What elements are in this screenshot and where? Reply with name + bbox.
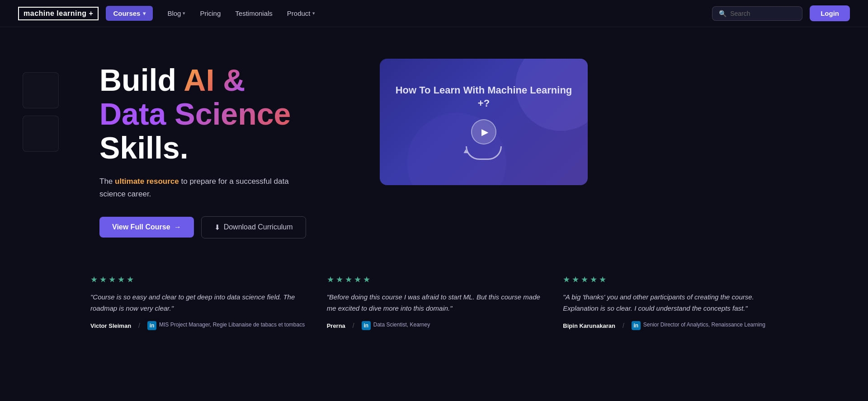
testimonial-card: ★★★★★"Before doing this course I was afr… [327, 275, 542, 331]
testimonial-author: Victor Sleiman/inMIS Project Manager, Re… [90, 321, 305, 330]
stars: ★★★★★ [327, 275, 542, 284]
title-build: Build [99, 63, 184, 97]
author-divider: / [138, 322, 140, 329]
testimonial-text: "A big 'thanks' you and other participan… [563, 292, 778, 314]
logo: machine learning + [18, 7, 99, 20]
testimonial-card: ★★★★★"Course is so easy and clear to get… [90, 275, 305, 331]
author-divider: / [353, 322, 354, 329]
author-info: inSenior Director of Analytics, Renaissa… [632, 321, 765, 330]
star-icon: ★ [99, 275, 107, 284]
stars: ★★★★★ [563, 275, 778, 284]
view-full-course-button[interactable]: View Full Course → [99, 217, 194, 238]
star-icon: ★ [581, 275, 588, 284]
author-info: inMIS Project Manager, Regie Libanaise d… [147, 321, 305, 330]
play-button-container[interactable] [466, 119, 502, 160]
title-ai: AI [184, 63, 214, 97]
courses-button[interactable]: Courses ▾ [106, 6, 153, 21]
star-icon: ★ [90, 275, 98, 284]
star-icon: ★ [599, 275, 606, 284]
video-title: How To Learn With Machine Learning +? [380, 84, 588, 110]
nav-product-link[interactable]: Product ▾ [287, 9, 315, 17]
subtitle-pre: The [99, 177, 115, 186]
nav-links: Blog ▾ Pricing Testimonials Product ▾ [167, 9, 712, 17]
linkedin-icon: in [632, 321, 641, 330]
navbar: machine learning + Courses ▾ Blog ▾ Pric… [0, 0, 868, 27]
star-icon: ★ [572, 275, 579, 284]
title-skills: Skills. [99, 131, 189, 165]
title-ampersand: & [214, 63, 245, 97]
search-input[interactable] [730, 10, 796, 17]
search-bar: 🔍 [712, 6, 802, 21]
hero-video-card[interactable]: How To Learn With Machine Learning +? [380, 59, 588, 185]
play-button[interactable] [471, 119, 496, 145]
linkedin-icon: in [147, 321, 156, 330]
star-icon: ★ [345, 275, 352, 284]
testimonials-section: ★★★★★"Course is so easy and clear to get… [0, 256, 868, 358]
download-curriculum-button[interactable]: ⬇ Download Curriculum [201, 216, 306, 238]
hero-subtitle: The ultimate resource to prepare for a s… [99, 175, 298, 200]
testimonial-author: Bipin Karunakaran/inSenior Director of A… [563, 321, 778, 330]
author-title: Data Scientist, Kearney [373, 321, 430, 329]
deco-box-2 [23, 116, 59, 152]
star-icon: ★ [127, 275, 134, 284]
download-icon: ⬇ [214, 223, 220, 232]
hero-text: Build AI & Data Science Skills. The ulti… [99, 54, 380, 238]
star-icon: ★ [336, 275, 343, 284]
courses-label: Courses [113, 9, 140, 17]
stars: ★★★★★ [90, 275, 305, 284]
author-name: Victor Sleiman [90, 322, 131, 329]
star-icon: ★ [363, 275, 370, 284]
nav-testimonials-link[interactable]: Testimonials [235, 9, 273, 17]
blog-chevron-icon: ▾ [183, 10, 185, 16]
testimonial-author: Prerna/inData Scientist, Kearney [327, 321, 542, 330]
search-icon: 🔍 [719, 10, 726, 17]
star-icon: ★ [327, 275, 334, 284]
author-name: Bipin Karunakaran [563, 322, 615, 329]
star-icon: ★ [354, 275, 361, 284]
testimonial-text: "Course is so easy and clear to get deep… [90, 292, 305, 314]
nav-blog-link[interactable]: Blog ▾ [167, 9, 185, 17]
courses-chevron-icon: ▾ [143, 10, 146, 17]
star-icon: ★ [590, 275, 597, 284]
deco-box-1 [23, 72, 59, 108]
login-button[interactable]: Login [810, 5, 850, 21]
hero-title: Build AI & Data Science Skills. [99, 63, 380, 164]
play-arc-decoration [466, 146, 502, 160]
testimonial-card: ★★★★★"A big 'thanks' you and other parti… [563, 275, 778, 331]
subtitle-highlight: ultimate resource [115, 177, 179, 186]
side-decoration [23, 72, 59, 152]
author-title: Senior Director of Analytics, Renaissanc… [643, 321, 765, 329]
star-icon: ★ [563, 275, 570, 284]
hero-buttons: View Full Course → ⬇ Download Curriculum [99, 216, 380, 238]
star-icon: ★ [118, 275, 125, 284]
author-info: inData Scientist, Kearney [362, 321, 430, 330]
arrow-right-icon: → [174, 223, 181, 231]
title-data: Data [99, 97, 175, 131]
testimonial-text: "Before doing this course I was afraid t… [327, 292, 542, 314]
star-icon: ★ [108, 275, 116, 284]
hero-section: Build AI & Data Science Skills. The ulti… [0, 27, 868, 256]
product-chevron-icon: ▾ [312, 10, 315, 16]
nav-pricing-link[interactable]: Pricing [200, 9, 221, 17]
author-name: Prerna [327, 322, 345, 329]
author-title: MIS Project Manager, Regie Libanaise de … [159, 321, 305, 329]
title-science: Science [175, 97, 291, 131]
author-divider: / [623, 322, 624, 329]
linkedin-icon: in [362, 321, 371, 330]
